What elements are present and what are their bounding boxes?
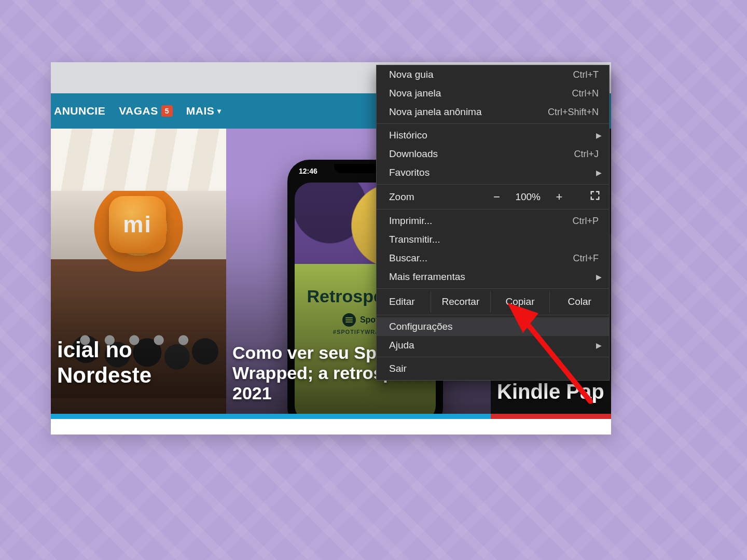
submenu-arrow-icon: ▶ [596, 169, 602, 177]
menu-separator [377, 315, 609, 315]
story-1-headline: icial no Nordeste [57, 338, 220, 388]
menu-cast-label: Transmitir... [389, 234, 599, 245]
nav-anuncie[interactable]: ANUNCIE [54, 105, 105, 117]
menu-history-label: Histórico [389, 130, 599, 141]
menu-separator [377, 123, 609, 124]
menu-new-tab[interactable]: Nova guia Ctrl+T [377, 65, 609, 84]
menu-new-window[interactable]: Nova janela Ctrl+N [377, 84, 609, 103]
menu-new-tab-shortcut: Ctrl+T [573, 69, 599, 80]
menu-new-window-label: Nova janela [389, 88, 572, 99]
menu-cut[interactable]: Recortar [431, 291, 490, 313]
story-1-accent [51, 414, 226, 419]
menu-separator [377, 357, 609, 357]
menu-new-window-shortcut: Ctrl+N [572, 88, 599, 99]
submenu-arrow-icon: ▶ [596, 341, 602, 349]
menu-print-label: Imprimir... [389, 215, 572, 227]
menu-help-label: Ajuda [389, 340, 599, 351]
menu-settings-label: Configurações [389, 321, 599, 332]
zoom-value: 100% [515, 191, 541, 203]
menu-separator [377, 184, 609, 185]
menu-find-label: Buscar... [389, 253, 573, 264]
menu-find[interactable]: Buscar... Ctrl+F [377, 249, 609, 268]
nav-anuncie-label: ANUNCIE [54, 105, 105, 117]
menu-more-tools-label: Mais ferramentas [389, 271, 599, 283]
menu-copy[interactable]: Copiar [490, 291, 550, 313]
nav-vagas-label: VAGAS [119, 105, 158, 117]
chevron-down-icon: ▾ [217, 107, 222, 115]
menu-zoom: Zoom − 100% + [377, 187, 609, 207]
menu-separator [377, 288, 609, 289]
menu-settings[interactable]: Configurações [377, 317, 609, 336]
nav-vagas[interactable]: VAGAS 5 [119, 105, 173, 117]
menu-print-shortcut: Ctrl+P [572, 216, 599, 227]
menu-downloads-label: Downloads [389, 148, 574, 160]
menu-exit[interactable]: Sair [377, 359, 609, 378]
zoom-in-button[interactable]: + [553, 191, 565, 203]
menu-paste[interactable]: Colar [549, 291, 609, 313]
menu-zoom-label: Zoom [389, 191, 490, 203]
story-3-accent [491, 414, 611, 419]
menu-bookmarks-label: Favoritos [389, 167, 599, 178]
story-3-headline: Kindle Pap [497, 380, 605, 403]
story-tile-1[interactable]: mi icial no Nordeste [51, 129, 226, 419]
nav-vagas-badge: 5 [161, 105, 173, 117]
submenu-arrow-icon: ▶ [596, 131, 602, 139]
zoom-out-button[interactable]: − [490, 191, 503, 203]
menu-cast[interactable]: Transmitir... [377, 230, 609, 249]
menu-history[interactable]: Histórico ▶ [377, 126, 609, 145]
menu-downloads-shortcut: Ctrl+J [574, 149, 599, 160]
menu-find-shortcut: Ctrl+F [573, 253, 599, 264]
submenu-arrow-icon: ▶ [596, 273, 602, 281]
nav-mais-label: MAIS [186, 105, 215, 117]
menu-new-tab-label: Nova guia [389, 69, 573, 80]
menu-edit-label: Editar [377, 291, 431, 313]
menu-print[interactable]: Imprimir... Ctrl+P [377, 212, 609, 230]
menu-edit-row: Editar Recortar Copiar Colar [377, 291, 609, 313]
story-2-accent [226, 414, 491, 419]
menu-help[interactable]: Ajuda ▶ [377, 336, 609, 355]
browser-overflow-menu: Nova guia Ctrl+T Nova janela Ctrl+N Nova… [376, 65, 610, 381]
menu-exit-label: Sair [389, 363, 599, 374]
menu-bookmarks[interactable]: Favoritos ▶ [377, 163, 609, 182]
menu-incognito-label: Nova janela anônima [389, 106, 548, 118]
menu-incognito[interactable]: Nova janela anônima Ctrl+Shift+N [377, 103, 609, 121]
nav-mais[interactable]: MAIS ▾ [186, 105, 222, 117]
fullscreen-icon[interactable] [589, 190, 601, 204]
menu-more-tools[interactable]: Mais ferramentas ▶ [377, 268, 609, 286]
menu-incognito-shortcut: Ctrl+Shift+N [548, 107, 599, 118]
menu-separator [377, 209, 609, 209]
menu-downloads[interactable]: Downloads Ctrl+J [377, 145, 609, 163]
